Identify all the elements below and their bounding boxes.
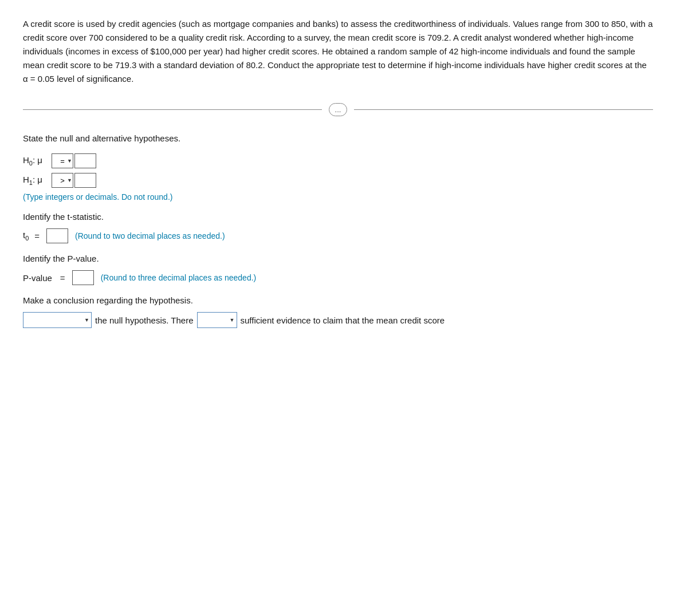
tstatistic-row: t0 = (Round to two decimal places as nee…: [23, 228, 653, 243]
hypotheses-title: State the null and alternative hypothese…: [23, 133, 653, 143]
pvalue-hint: (Round to three decimal places as needed…: [101, 273, 257, 282]
pvalue-equals: =: [60, 273, 65, 283]
conclusion-title: Make a conclusion regarding the hypothes…: [23, 295, 653, 305]
h1-value-input[interactable]: [74, 173, 96, 188]
t0-value-input[interactable]: [46, 228, 68, 243]
tstatistic-title: Identify the t-statistic.: [23, 212, 653, 222]
divider-line-left: [23, 109, 322, 110]
tstatistic-section: Identify the t-statistic. t0 = (Round to…: [23, 212, 653, 243]
conclusion-dropdown2[interactable]: is is not: [197, 312, 237, 328]
hypotheses-section: State the null and alternative hypothese…: [23, 133, 653, 202]
conclusion-row: Reject Fail to reject the null hypothesi…: [23, 312, 653, 328]
h1-row: H1: μ > < = ≤ ≥ ≠: [23, 173, 653, 188]
h0-operator-select[interactable]: = < > ≤ ≥ ≠: [52, 153, 73, 168]
conclusion-dropdown2-wrapper[interactable]: is is not: [197, 312, 237, 328]
t0-equals: =: [34, 231, 40, 241]
h0-value-input[interactable]: [74, 153, 96, 168]
hypotheses-hint: (Type integers or decimals. Do not round…: [23, 192, 653, 202]
pvalue-title: Identify the P-value.: [23, 254, 653, 263]
h1-label: H1: μ: [23, 175, 52, 186]
divider-line-right: [354, 109, 653, 110]
divider: ...: [23, 103, 653, 116]
pvalue-section: Identify the P-value. P-value = (Round t…: [23, 254, 653, 285]
conclusion-section: Make a conclusion regarding the hypothes…: [23, 295, 653, 328]
conclusion-dropdown1[interactable]: Reject Fail to reject: [23, 312, 92, 328]
conclusion-end-text: sufficient evidence to claim that the me…: [241, 315, 445, 325]
h1-operator-select[interactable]: > < = ≤ ≥ ≠: [52, 173, 73, 188]
pvalue-label: P-value: [23, 273, 52, 283]
h0-operator-wrapper[interactable]: = < > ≤ ≥ ≠: [52, 153, 73, 168]
h1-operator-wrapper[interactable]: > < = ≤ ≥ ≠: [52, 173, 73, 188]
h0-row: H0: μ = < > ≤ ≥ ≠: [23, 153, 653, 168]
t0-label: t0: [23, 230, 29, 242]
pvalue-input[interactable]: [72, 270, 94, 285]
tstatistic-hint: (Round to two decimal places as needed.): [75, 231, 225, 240]
intro-paragraph: A credit score is used by credit agencie…: [23, 17, 653, 86]
h0-label: H0: μ: [23, 155, 52, 167]
pvalue-row: P-value = (Round to three decimal places…: [23, 270, 653, 285]
conclusion-middle-text: the null hypothesis. There: [95, 315, 194, 325]
divider-dots: ...: [329, 103, 348, 116]
conclusion-dropdown1-wrapper[interactable]: Reject Fail to reject: [23, 312, 92, 328]
